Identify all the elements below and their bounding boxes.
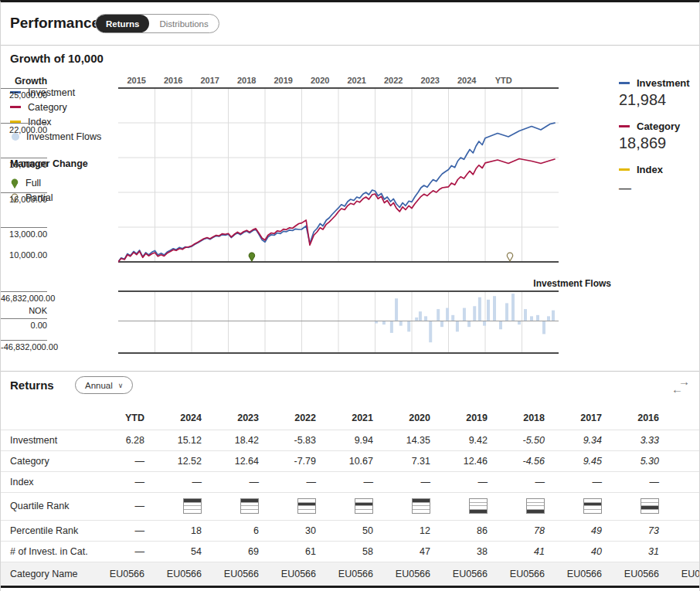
summary-series-name: Index [637,164,663,175]
table-cell: 3.33 [610,430,667,450]
quartile-1-icon [183,498,202,514]
line-swatch-icon [619,168,630,171]
tab-distributions[interactable]: Distributions [149,15,218,32]
svg-text:2016: 2016 [164,76,182,85]
summary-label-index: Index [619,164,696,175]
table-row-category-name: Category NameEU0566EU0566EU0566EU0566EU0… [1,562,700,586]
table-cell: 54 [152,541,209,562]
table-cell: EU0566 [209,562,267,586]
quartile-4-icon [469,498,488,514]
svg-text:2023: 2023 [421,76,440,85]
swap-columns-icon[interactable]: → ← [671,378,690,393]
legend-item-category: Category [10,100,118,114]
returns-table-corner [1,407,95,430]
table-cell: EU0566 [381,562,438,586]
table-cell: — [267,471,324,492]
table-cell: 12.46 [438,450,495,471]
returns-distributions-tabs: ReturnsDistributions [95,14,219,33]
summary-label-investment: Investment [619,77,696,89]
growth-summary-panel: Investment21,984Category18,869Index— [619,77,696,207]
quartile-rank-icon [209,492,267,520]
table-cell: -4.56 [495,450,552,471]
growth-tick-label: 10,000.00 [1,249,47,260]
quartile-rank-icon [324,492,381,520]
table-cell: 47 [381,541,438,562]
column-header-2019: 2019 [438,407,495,430]
performance-page: Performance ReturnsDistributions Growth … [0,0,700,591]
table-cell: 41 [495,541,552,562]
quartile-rank-icon [267,492,324,520]
table-cell: — [95,471,152,492]
summary-series-name: Category [637,121,680,132]
svg-text:2024: 2024 [457,76,477,85]
column-header-2024: 2024 [152,407,209,430]
table-cell: EU0566 [438,562,495,586]
table-cell-clipped [667,450,700,471]
table-cell: EU0566 [552,562,610,586]
quartile-2-icon [583,498,602,514]
table-cell-clipped: EU0566 [667,562,700,586]
summary-series-name: Investment [637,77,690,89]
returns-table: YTD202420232022202120202019201820172016 … [1,407,700,586]
quartile-rank-icon [152,492,209,520]
line-swatch-icon [10,106,21,108]
column-header-2018: 2018 [495,407,552,430]
table-cell-clipped [667,471,700,492]
table-cell: — [95,450,152,471]
table-cell-clipped [667,520,700,541]
manager-change-full: Full [10,175,118,190]
period-selector-dropdown[interactable]: Annual ∨ [75,376,133,394]
table-cell: 9.34 [552,430,610,450]
table-cell: — [324,471,381,492]
summary-value-index: — [619,182,696,195]
period-selector-label: Annual [85,381,113,390]
svg-text:2020: 2020 [311,76,329,85]
table-cell: EU0566 [95,562,152,586]
svg-text:2018: 2018 [237,76,256,85]
table-cell: 61 [267,541,324,562]
flows-tick-label: -46,832,000.00 [1,340,47,352]
summary-label-category: Category [619,121,696,132]
quartile-1-icon [412,498,430,514]
table-cell: — [209,471,267,492]
investment-flows-chart [118,290,565,354]
table-cell: 9.94 [324,430,381,450]
table-cell-clipped [667,430,700,450]
table-row-category: Category—12.5212.64-7.7910.677.3112.46-4… [1,450,700,471]
table-cell: — [95,520,152,541]
table-cell: 9.42 [438,430,495,450]
column-header-2016: 2016 [610,407,667,430]
column-header-2022: 2022 [267,407,324,430]
quartile-rank-icon [552,492,610,520]
returns-table-header-row: YTD202420232022202120202019201820172016 [1,407,700,430]
table-cell: 78 [495,520,552,541]
table-cell: 9.45 [552,450,610,471]
legend-label: Category [28,102,67,113]
table-cell: 12.52 [152,450,209,471]
header-divider [1,45,700,46]
quartile-1-icon [240,498,259,514]
table-cell: 5.30 [610,450,667,471]
table-cell: 40 [552,541,610,562]
table-cell: -7.79 [267,450,324,471]
table-cell: — [552,471,610,492]
table-cell: 73 [610,520,667,541]
table-cell: 30 [267,520,324,541]
table-cell: 18.42 [209,430,267,450]
table-cell: — [152,471,209,492]
quartile-rank-icon [610,492,667,520]
chevron-down-icon: ∨ [118,382,124,389]
returns-section-title: Returns [10,379,54,392]
table-row-investment: Investment6.2815.1218.42-5.839.9414.359.… [1,430,700,450]
growth-axis-label: Growth [1,74,47,87]
table-cell: — [610,471,667,492]
row-label: Quartile Rank [1,492,95,520]
table-cell: 69 [209,541,267,562]
svg-text:YTD: YTD [495,76,512,85]
svg-text:2019: 2019 [274,76,293,85]
table-cell: -5.83 [267,430,324,450]
table-cell: 6.28 [95,430,152,450]
column-header-2023: 2023 [209,407,267,430]
table-cell: -5.50 [495,430,552,450]
tab-returns[interactable]: Returns [96,15,149,32]
